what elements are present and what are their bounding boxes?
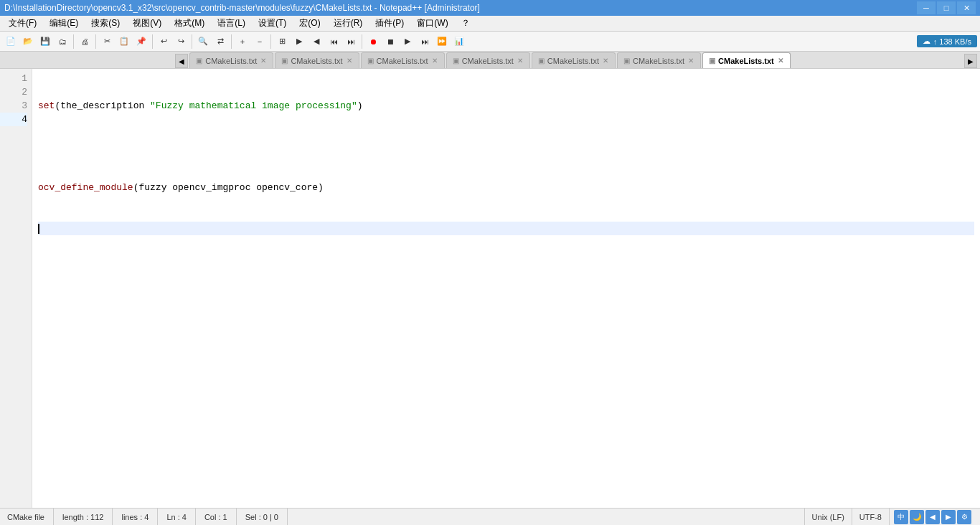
tb-record[interactable]: ⏺	[365, 34, 381, 49]
tab-5-icon: ▣	[538, 57, 545, 65]
status-icon-moon[interactable]: 🌙	[910, 510, 924, 524]
tb-separator-7	[362, 34, 362, 49]
menu-plugins[interactable]: 插件(P)	[369, 16, 410, 31]
code-line-3: ocv_define_module(fuzzy opencv_imgproc o…	[38, 181, 974, 194]
tb-undo[interactable]: ↩	[156, 34, 171, 49]
tb-btn-8[interactable]: ▶	[291, 34, 307, 49]
tb-btn-9[interactable]: ◀	[308, 34, 324, 49]
tab-1-icon: ▣	[196, 57, 202, 65]
menu-language[interactable]: 语言(L)	[212, 16, 251, 31]
tb-separator-4	[192, 34, 192, 49]
tab-7[interactable]: ▣ CMakeLists.txt ✕	[702, 52, 791, 68]
tb-separator-5	[231, 34, 232, 49]
tab-6[interactable]: ▣ CMakeLists.txt ✕	[617, 52, 701, 68]
tb-redo[interactable]: ↪	[173, 34, 189, 49]
tb-print[interactable]: 🖨	[77, 34, 93, 49]
tab-4[interactable]: ▣ CMakeLists.txt ✕	[446, 52, 530, 68]
tab-3[interactable]: ▣ CMakeLists.txt ✕	[361, 52, 445, 68]
close-button[interactable]: ✕	[957, 1, 976, 14]
status-bar: CMake file length : 112 lines : 4 Ln : 4…	[0, 508, 980, 525]
tab-4-close[interactable]: ✕	[517, 57, 524, 65]
menu-file[interactable]: 文件(F)	[3, 16, 42, 31]
status-encoding: UTF-8	[852, 509, 889, 525]
line-num-2: 2	[0, 85, 27, 99]
network-speed: ↑ 138 KB/s	[933, 37, 971, 46]
tb-stop[interactable]: ⏹	[382, 34, 398, 49]
tab-5-label: CMakeLists.txt	[547, 57, 599, 65]
tb-new[interactable]: 📄	[3, 34, 19, 49]
tab-2-label: CMakeLists.txt	[291, 57, 342, 65]
tb-play[interactable]: ▶	[400, 34, 415, 49]
menu-macro[interactable]: 宏(O)	[293, 16, 326, 31]
tb-separator-1	[73, 34, 74, 49]
tb-zoom-out[interactable]: −	[252, 34, 268, 49]
menu-bar: 文件(F) 编辑(E) 搜索(S) 视图(V) 格式(M) 语言(L) 设置(T…	[0, 16, 980, 32]
tb-btn-14[interactable]: ⏭	[417, 34, 433, 49]
tb-separator-2	[95, 34, 96, 49]
tb-open[interactable]: 📂	[20, 34, 36, 49]
tb-paste[interactable]: 📌	[133, 34, 149, 49]
status-col: Col : 1	[196, 509, 237, 525]
tab-4-icon: ▣	[453, 57, 459, 65]
menu-settings[interactable]: 设置(T)	[253, 16, 292, 31]
menu-format[interactable]: 格式(M)	[169, 16, 210, 31]
menu-run[interactable]: 运行(R)	[328, 16, 369, 31]
tab-scroll-right[interactable]: ▶	[964, 54, 977, 68]
title-bar-controls: ─ □ ✕	[917, 1, 976, 14]
title-bar: D:\InstallationDirectory\opencv3.1_x32\s…	[0, 0, 980, 16]
tab-3-label: CMakeLists.txt	[377, 57, 428, 65]
tab-1-label: CMakeLists.txt	[205, 57, 257, 65]
toolbar: 📄 📂 💾 🗂 🖨 ✂ 📋 📌 ↩ ↪ 🔍 ⇄ + − ⊞ ▶ ◀ ⏮ ⏭ ⏺ …	[0, 32, 980, 52]
tab-2-icon: ▣	[281, 57, 288, 65]
status-length: length : 112	[54, 509, 113, 525]
tb-save-all[interactable]: 🗂	[55, 34, 70, 49]
menu-window[interactable]: 窗口(W)	[411, 16, 453, 31]
tb-btn-16[interactable]: 📊	[451, 34, 467, 49]
tab-scroll-left[interactable]: ◀	[175, 54, 188, 68]
network-icon: ☁	[923, 37, 930, 46]
line-numbers: 1 2 3 4	[0, 69, 32, 508]
tab-3-close[interactable]: ✕	[431, 57, 438, 65]
tb-copy[interactable]: 📋	[116, 34, 132, 49]
tb-btn-15[interactable]: ⏩	[434, 34, 450, 49]
menu-search[interactable]: 搜索(S)	[85, 16, 126, 31]
tab-1-close[interactable]: ✕	[260, 57, 267, 65]
status-icon-arrow-left[interactable]: ◀	[925, 510, 940, 524]
tab-3-icon: ▣	[367, 57, 374, 65]
tab-2[interactable]: ▣ CMakeLists.txt ✕	[275, 52, 359, 68]
code-line-2	[38, 140, 974, 153]
status-icon-settings[interactable]: ⚙	[957, 510, 971, 524]
tab-7-label: CMakeLists.txt	[718, 57, 774, 65]
menu-edit[interactable]: 编辑(E)	[44, 16, 84, 31]
code-line-1: set(the_description "Fuzzy mathematical …	[38, 99, 974, 113]
status-icon-arrow-right[interactable]: ▶	[941, 510, 956, 524]
menu-view[interactable]: 视图(V)	[127, 16, 167, 31]
tb-replace[interactable]: ⇄	[212, 34, 228, 49]
cmd-ocv: ocv_define_module	[38, 181, 133, 194]
tb-btn-10[interactable]: ⏮	[326, 34, 341, 49]
status-file-type: CMake file	[4, 509, 54, 525]
tb-cut[interactable]: ✂	[99, 34, 115, 49]
minimize-button[interactable]: ─	[917, 1, 936, 14]
tab-bar: ◀ ▣ CMakeLists.txt ✕ ▣ CMakeLists.txt ✕ …	[0, 52, 980, 69]
tab-7-close[interactable]: ✕	[777, 57, 784, 65]
cmd-set: set	[38, 99, 55, 113]
status-icon-book[interactable]: 中	[894, 510, 908, 524]
tab-6-label: CMakeLists.txt	[633, 57, 684, 65]
status-line-ending: Unix (LF)	[804, 509, 852, 525]
status-lines: lines : 4	[113, 509, 158, 525]
menu-help[interactable]: ？	[456, 16, 476, 31]
tb-btn-7[interactable]: ⊞	[274, 34, 290, 49]
code-area[interactable]: set(the_description "Fuzzy mathematical …	[32, 69, 980, 508]
tb-zoom-in[interactable]: +	[235, 34, 250, 49]
tab-6-close[interactable]: ✕	[687, 57, 694, 65]
tab-5-close[interactable]: ✕	[602, 57, 609, 65]
tb-save[interactable]: 💾	[37, 34, 53, 49]
tb-btn-11[interactable]: ⏭	[343, 34, 359, 49]
tb-find[interactable]: 🔍	[195, 34, 211, 49]
maximize-button[interactable]: □	[937, 1, 956, 14]
tab-1[interactable]: ▣ CMakeLists.txt ✕	[189, 52, 273, 68]
tab-6-icon: ▣	[623, 57, 630, 65]
tab-5[interactable]: ▣ CMakeLists.txt ✕	[532, 52, 616, 68]
tab-2-close[interactable]: ✕	[346, 57, 353, 65]
